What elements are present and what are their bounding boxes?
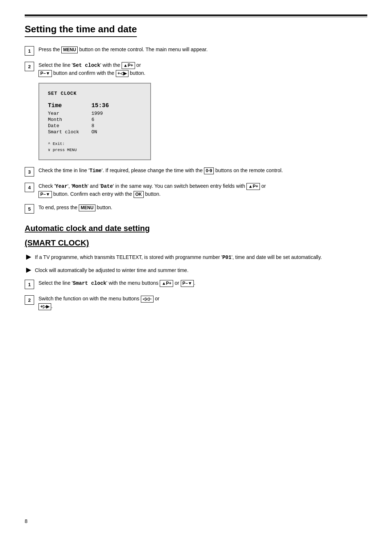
page-container: Setting the time and date 1 Press the ME… [0,0,392,535]
time-label: Time [48,102,91,110]
year-mono: Year [55,183,68,189]
svg-marker-1 [26,268,31,273]
auto-step-num-2: 2 [25,295,34,305]
step-3: 3 Check the time in line 'Time'. If requ… [25,167,367,177]
top-border-thin [25,17,367,17]
date-mono: Date [101,183,113,189]
month-label: Month [48,117,91,123]
set-clock-label: Set clock [73,62,101,68]
menu-key-2: MENU [79,204,95,211]
step-3-text: Check the time in line 'Time'. If requir… [38,167,367,175]
top-border-thick [25,15,367,16]
menu-screen: SET CLOCK Time 15:36 Year 1999 Month 6 [38,83,151,160]
step-5: 5 To end, press the MENU button. [25,204,367,214]
smart-clock-mono: Smart clock [73,280,106,286]
time-mono: Time [89,168,102,174]
date-value: 8 [91,123,142,129]
note-1-text: If a TV programme, which transmits TELET… [35,254,367,262]
year-row: Year 1999 [48,110,142,117]
section-auto-clock: Automatic clock and date setting (SMART … [25,224,367,310]
section2-subtitle: (SMART CLOCK) [25,238,367,248]
auto-step-2: 2 Switch the function on with the menu b… [25,295,367,310]
step-4-text: Check 'Year', 'Month' and 'Date' in the … [38,182,367,198]
section-setting-time: Setting the time and date 1 Press the ME… [25,24,367,214]
ap-plus-key-1: ▲P+ [122,62,135,69]
year-value: 1999 [91,110,142,117]
note-2-text: Clock will automatically be adjusted to … [35,267,367,274]
month-value: 6 [91,117,142,123]
ok-key: OK [134,191,144,198]
left-minus-key: ◁◁− [141,296,154,303]
triangle-icon-1 [26,255,31,260]
plus-right-key-1: +◁▶ [116,70,128,77]
p-minus-key-3: P−▼ [181,280,194,287]
exit-text: ^ Exit: ∨ press MENU [48,141,142,153]
step-num-2: 2 [25,62,34,71]
note-1: If a TV programme, which transmits TELET… [25,254,367,262]
ap-plus-key-2: ▲P+ [246,183,260,190]
section2-title: Automatic clock and date setting [25,224,367,233]
year-label: Year [48,110,91,117]
section1-title: Setting the time and date [25,24,137,37]
date-label: Date [48,123,91,129]
step-num-1: 1 [25,46,34,56]
p-minus-key-1: P−▼ [38,70,52,77]
page-number: 8 [25,518,28,524]
clock-table: Time 15:36 Year 1999 Month 6 Date 8 [48,102,142,135]
step-num-3: 3 [25,167,34,177]
auto-step-1-text: Select the line 'Smart clock' with the m… [38,279,367,287]
step-1: 1 Press the MENU button on the remote co… [25,46,367,56]
month-mono: Month [72,183,87,189]
svg-marker-0 [26,255,31,260]
step-num-5: 5 [25,204,34,214]
date-row: Date 8 [48,123,142,129]
smart-clock-row: Smart clock ON [48,129,142,135]
step-2: 2 Select the line 'Set clock' with the ▲… [25,61,367,77]
auto-step-1: 1 Select the line 'Smart clock' with the… [25,279,367,289]
triangle-icon-2 [26,268,31,273]
smart-clock-label: Smart clock [48,129,91,135]
time-row: Time 15:36 [48,102,142,110]
step-4: 4 Check 'Year', 'Month' and 'Date' in th… [25,182,367,198]
p-minus-key-2: P−▼ [38,191,52,198]
exit-line1: ^ Exit: [48,141,142,147]
auto-step-2-text: Switch the function on with the menu but… [38,295,367,310]
step-1-text: Press the MENU button on the remote cont… [38,46,367,53]
time-value: 15:36 [91,102,142,110]
p01-mono: P01 [222,255,231,260]
note-2: Clock will automatically be adjusted to … [25,267,367,274]
smart-clock-value: ON [91,129,142,135]
menu-key-1: MENU [61,46,78,53]
step-2-text: Select the line 'Set clock' with the ▲P+… [38,61,367,77]
ap-plus-key-3: ▲P+ [160,280,173,287]
plus-right-key-2: +▷▶ [38,303,51,310]
step-num-4: 4 [25,183,34,192]
step-5-text: To end, press the MENU button. [38,204,367,211]
screen-title: SET CLOCK [48,91,142,96]
month-row: Month 6 [48,117,142,123]
num-keys: 0-9 [204,167,214,174]
exit-line2: ∨ press MENU [48,147,142,153]
auto-step-num-1: 1 [25,280,34,289]
